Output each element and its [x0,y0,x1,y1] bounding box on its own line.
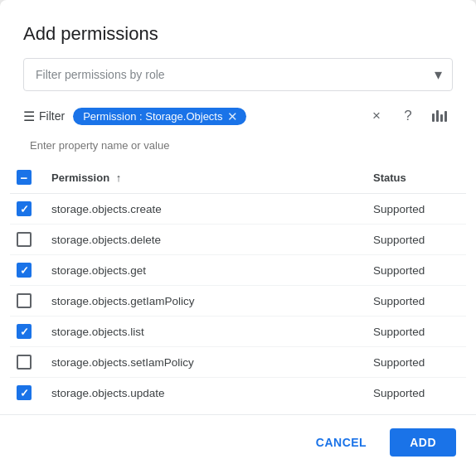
table-row: ✓ storage.objects.list Supported [10,316,466,347]
row-status-1: Supported [367,225,466,255]
row-permission-3: storage.objects.getIamPolicy [45,286,367,316]
filter-bar: ☰ Filter Permission : Storage.Objects ✕ … [0,103,476,133]
row-checkbox-cell [10,225,45,255]
row-checkbox-cell: ✓ [10,316,45,347]
add-permissions-dialog: Add permissions Filter permissions by ro… [0,0,476,459]
row-checkbox-1[interactable] [17,232,32,247]
row-checkbox-5[interactable] [17,355,32,370]
row-checkbox-cell: ✓ [10,194,45,225]
toolbar-icons: × ? [363,103,453,129]
table-row: ✓ storage.objects.update Supported [10,378,466,408]
row-checkbox-0[interactable]: ✓ [17,201,32,216]
header-checkbox[interactable]: − [17,170,32,185]
role-filter-select[interactable]: Filter permissions by role [24,59,452,90]
property-input-row [0,133,476,162]
row-checkbox-cell [10,347,45,378]
row-status-3: Supported [367,286,466,316]
row-permission-2: storage.objects.get [45,255,367,286]
columns-icon [432,110,447,122]
filter-chip[interactable]: Permission : Storage.Objects ✕ [73,108,246,125]
table-body: ✓ storage.objects.create Supported stora… [10,194,466,408]
table-row: storage.objects.getIamPolicy Supported [10,286,466,316]
role-filter-row: Filter permissions by role ▾ [0,58,476,103]
table-row: storage.objects.setIamPolicy Supported [10,347,466,378]
sort-arrow-icon: ↑ [116,172,122,184]
indeterminate-icon: − [21,172,28,184]
row-checkbox-6[interactable]: ✓ [17,385,32,400]
check-icon: ✓ [20,265,29,276]
row-checkbox-3[interactable] [17,293,32,308]
header-permission[interactable]: Permission ↑ [45,162,367,194]
filter-label: ☰ Filter [23,109,65,124]
dialog-title: Add permissions [0,0,476,58]
row-status-5: Supported [367,347,466,378]
row-permission-1: storage.objects.delete [45,225,367,255]
add-button[interactable]: ADD [390,428,456,457]
permissions-table: − Permission ↑ Status ✓ [10,162,466,408]
row-checkbox-cell: ✓ [10,378,45,408]
property-search-input[interactable] [23,136,453,155]
dialog-actions: CANCEL ADD [0,414,476,459]
row-checkbox-2[interactable]: ✓ [17,263,32,278]
row-checkbox-cell: ✓ [10,255,45,286]
table-row: ✓ storage.objects.create Supported [10,194,466,225]
row-permission-6: storage.objects.update [45,378,367,408]
table-row: ✓ storage.objects.get Supported [10,255,466,286]
row-permission-5: storage.objects.setIamPolicy [45,347,367,378]
row-status-0: Supported [367,194,466,225]
chip-text: Permission : Storage.Objects [83,110,222,123]
row-status-2: Supported [367,255,466,286]
columns-button[interactable] [426,103,453,129]
check-icon: ✓ [20,326,29,337]
role-filter-dropdown-wrapper[interactable]: Filter permissions by role ▾ [23,58,453,91]
help-button[interactable]: ? [395,103,421,129]
row-permission-0: storage.objects.create [45,194,367,225]
row-checkbox-4[interactable]: ✓ [17,324,32,339]
table-row: storage.objects.delete Supported [10,225,466,255]
header-status: Status [367,162,466,194]
permissions-table-wrapper: − Permission ↑ Status ✓ [0,162,476,408]
clear-filter-button[interactable]: × [363,103,390,129]
header-checkbox-cell: − [10,162,45,194]
row-status-4: Supported [367,316,466,347]
table-header-row: − Permission ↑ Status [10,162,466,194]
row-status-6: Supported [367,378,466,408]
filter-icon: ☰ [23,109,35,124]
row-permission-4: storage.objects.list [45,316,367,347]
chip-close-icon[interactable]: ✕ [227,110,238,123]
cancel-button[interactable]: CANCEL [299,428,383,457]
row-checkbox-cell [10,286,45,316]
check-icon: ✓ [20,204,29,215]
check-icon: ✓ [20,388,29,399]
